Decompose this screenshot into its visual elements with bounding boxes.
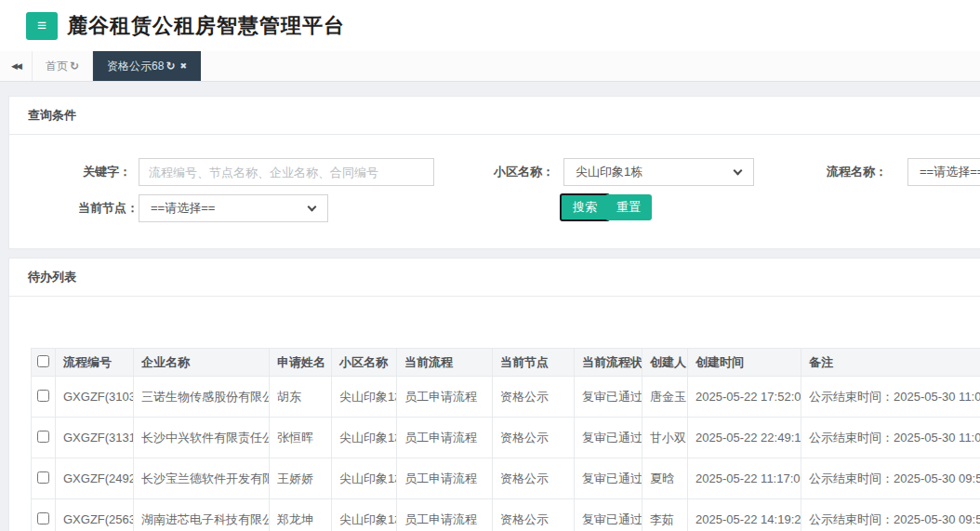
todo-table: 流程编号 企业名称 申请姓名 小区名称 当前流程 当前节点 当前流程状态 创建人… xyxy=(31,348,980,531)
col-current-node: 当前节点 xyxy=(493,349,575,377)
menu-button[interactable]: ≡ xyxy=(26,12,58,40)
community-select-value: 尖山印象1栋 xyxy=(576,165,642,179)
cell-creator: 李茹 xyxy=(642,499,688,531)
cell-current-process: 员工申请流程 xyxy=(397,377,493,418)
todo-table-wrap: 流程编号 企业名称 申请姓名 小区名称 当前流程 当前节点 当前流程状态 创建人… xyxy=(9,297,980,531)
cell-current-node: 资格公示 xyxy=(493,499,575,531)
reset-button[interactable]: 重置 xyxy=(605,194,652,220)
chevron-down-icon xyxy=(734,166,743,176)
cell-community-name: 尖山印象1栋 xyxy=(332,458,397,499)
cell-create-time: 2025-05-22 14:19:24 xyxy=(688,499,801,531)
cell-community-name: 尖山印象1栋 xyxy=(332,377,397,418)
table-header-row: 流程编号 企业名称 申请姓名 小区名称 当前流程 当前节点 当前流程状态 创建人… xyxy=(32,349,980,377)
cell-company-name: 三诺生物传感股份有限公司 xyxy=(134,377,270,418)
search-panel: 查询条件 关键字： 小区名称： 尖山印象1栋 流程名称： ==请选择== 当前节… xyxy=(8,96,980,249)
table-row: GXGZF(24923) 长沙宝兰德软件开发有限公司 王娇娇 尖山印象1栋 员工… xyxy=(32,458,980,499)
col-remark: 备注 xyxy=(801,349,980,377)
cell-current-process: 员工申请流程 xyxy=(397,499,493,531)
cell-process-status: 复审已通过 xyxy=(575,499,642,531)
col-applicant-name: 申请姓名 xyxy=(270,349,332,377)
cell-creator: 夏晗 xyxy=(642,458,688,499)
cell-create-time: 2025-05-22 22:49:17 xyxy=(688,418,801,458)
search-button[interactable]: 搜索 xyxy=(560,193,610,221)
table-row: GXGZF(31035) 三诺生物传感股份有限公司 胡东 尖山印象1栋 员工申请… xyxy=(32,377,980,418)
cell-create-time: 2025-05-22 17:52:06 xyxy=(688,377,801,418)
current-node-select-value: ==请选择== xyxy=(151,201,215,215)
cell-community-name: 尖山印象1栋 xyxy=(332,499,397,531)
cell-process-id: GXGZF(25636) xyxy=(56,499,134,531)
cell-applicant-name: 张恒晖 xyxy=(270,418,332,458)
cell-current-node: 资格公示 xyxy=(493,458,575,499)
close-icon[interactable]: ✖ xyxy=(179,61,187,71)
tab-home-label: 首页 xyxy=(46,59,68,74)
tab-bar: ◀◀ 首页 ↻ 资格公示68 ↻ ✖ xyxy=(0,51,980,82)
hamburger-icon: ≡ xyxy=(37,17,46,34)
cell-process-id: GXGZF(24923) xyxy=(56,458,134,499)
table-row: GXGZF(31319) 长沙中兴软件有限责任公司 张恒晖 尖山印象1栋 员工申… xyxy=(32,418,980,458)
search-form: 关键字： 小区名称： 尖山印象1栋 流程名称： ==请选择== 当前节点： ==… xyxy=(9,135,980,248)
todo-panel-title: 待办列表 xyxy=(9,259,980,297)
cell-process-status: 复审已通过 xyxy=(575,418,642,458)
col-company-name: 企业名称 xyxy=(134,349,270,377)
row-checkbox[interactable] xyxy=(37,431,49,443)
cell-process-status: 复审已通过 xyxy=(575,377,642,418)
cell-remark: 公示结束时间：2025-05-30 09:56:39 xyxy=(801,499,980,531)
cell-remark: 公示结束时间：2025-05-30 09:56:46 xyxy=(801,458,980,499)
cell-creator: 甘小双 xyxy=(642,418,688,458)
cell-current-process: 员工申请流程 xyxy=(397,458,493,499)
cell-community-name: 尖山印象1栋 xyxy=(332,418,397,458)
refresh-icon[interactable]: ↻ xyxy=(166,60,175,73)
tab-qualification-label: 资格公示68 xyxy=(107,59,164,74)
cell-process-id: GXGZF(31035) xyxy=(56,377,134,418)
process-name-select-value: ==请选择== xyxy=(920,165,980,179)
community-select[interactable]: 尖山印象1栋 xyxy=(563,158,754,186)
cell-remark: 公示结束时间：2025-05-30 11:06:08 xyxy=(801,377,980,418)
app-title: 麓谷租赁公租房智慧管理平台 xyxy=(67,12,345,40)
cell-applicant-name: 王娇娇 xyxy=(270,458,332,499)
cell-applicant-name: 郑龙坤 xyxy=(270,499,332,531)
tab-qualification-publicity[interactable]: 资格公示68 ↻ ✖ xyxy=(93,51,201,81)
select-all-checkbox[interactable] xyxy=(37,355,49,367)
cell-creator: 唐金玉 xyxy=(642,377,688,418)
collapse-tabs-button[interactable]: ◀◀ xyxy=(0,51,32,81)
cell-current-node: 资格公示 xyxy=(493,418,575,458)
cell-company-name: 长沙宝兰德软件开发有限公司 xyxy=(134,458,270,499)
cell-create-time: 2025-05-22 11:17:09 xyxy=(688,458,801,499)
tab-home[interactable]: 首页 ↻ xyxy=(32,51,93,81)
col-creator: 创建人 xyxy=(642,349,688,377)
col-process-status: 当前流程状态 xyxy=(575,349,642,377)
table-row: GXGZF(25636) 湖南进芯电子科技有限公司 郑龙坤 尖山印象1栋 员工申… xyxy=(32,499,980,531)
chevron-down-icon xyxy=(308,203,317,212)
community-label: 小区名称： xyxy=(480,158,554,186)
search-panel-title: 查询条件 xyxy=(9,97,980,135)
double-chevron-left-icon: ◀◀ xyxy=(11,61,20,71)
cell-applicant-name: 胡东 xyxy=(270,377,332,418)
todo-panel: 待办列表 流程编号 企业名称 申请姓名 小区名称 当前流程 当前节点 当前流程状… xyxy=(8,258,980,531)
current-node-label: 当前节点： xyxy=(64,194,139,222)
app-header: ≡ 麓谷租赁公租房智慧管理平台 xyxy=(0,0,980,51)
row-checkbox[interactable] xyxy=(37,390,49,402)
cell-current-node: 资格公示 xyxy=(493,377,575,418)
keyword-label: 关键字： xyxy=(57,158,131,186)
row-checkbox[interactable] xyxy=(37,471,49,484)
keyword-input[interactable] xyxy=(139,158,434,186)
col-create-time: 创建时间 xyxy=(688,349,801,377)
cell-current-process: 员工申请流程 xyxy=(397,418,493,458)
col-process-id: 流程编号 xyxy=(56,349,134,377)
process-name-label: 流程名称： xyxy=(813,158,887,186)
process-name-select[interactable]: ==请选择== xyxy=(907,158,980,186)
cell-company-name: 长沙中兴软件有限责任公司 xyxy=(134,418,270,458)
current-node-select[interactable]: ==请选择== xyxy=(139,194,328,222)
cell-remark: 公示结束时间：2025-05-30 11:06:01 xyxy=(801,418,980,458)
cell-company-name: 湖南进芯电子科技有限公司 xyxy=(134,499,270,531)
col-community-name: 小区名称 xyxy=(332,349,397,377)
cell-process-status: 复审已通过 xyxy=(575,458,642,499)
refresh-icon[interactable]: ↻ xyxy=(70,60,79,73)
row-checkbox[interactable] xyxy=(37,512,49,524)
cell-process-id: GXGZF(31319) xyxy=(56,418,134,458)
col-current-process: 当前流程 xyxy=(397,349,493,377)
